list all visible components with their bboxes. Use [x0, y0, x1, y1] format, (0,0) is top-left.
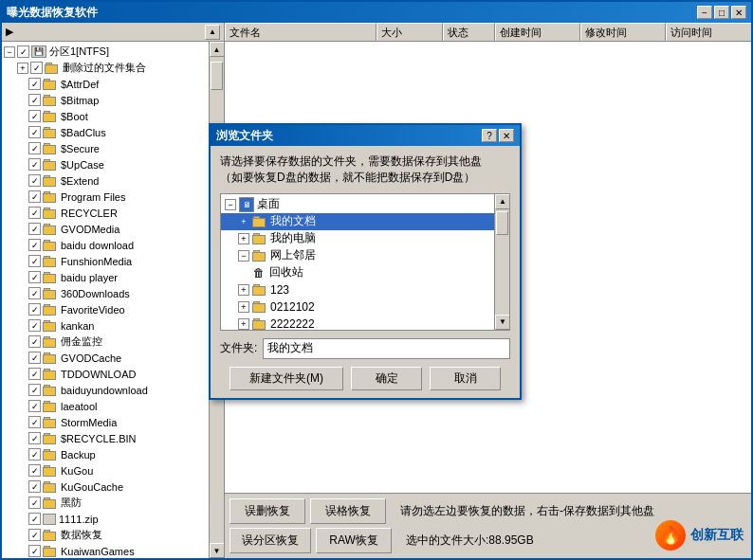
tree-item[interactable]: FunshionMedia — [2, 253, 224, 269]
col-header-status[interactable]: 状态 — [443, 23, 495, 41]
dialog-ok-button[interactable]: 确定 — [351, 367, 422, 390]
tree-checkbox[interactable] — [28, 94, 41, 106]
tree-checkbox[interactable] — [28, 190, 41, 203]
dialog-tree-item-0212102[interactable]: + 0212102 — [221, 298, 494, 316]
tree-checkbox[interactable] — [17, 45, 29, 58]
dialog-tree-item-desktop[interactable]: − 🖥 桌面 — [221, 196, 494, 213]
scroll-thumb[interactable] — [211, 62, 223, 90]
filename-input[interactable] — [263, 338, 510, 359]
tree-checkbox[interactable] — [28, 480, 41, 493]
raw-huifu-button[interactable]: RAW恢复 — [316, 528, 392, 553]
tree-checkbox[interactable] — [28, 207, 41, 219]
tree-item[interactable]: $BadClus — [2, 124, 224, 140]
tree-item[interactable]: Backup — [2, 446, 224, 462]
tree-checkbox[interactable] — [28, 126, 41, 138]
scroll-up-btn[interactable]: ▲ — [210, 42, 225, 57]
expand-icon[interactable]: + — [238, 318, 249, 330]
browse-folder-dialog[interactable]: 浏览文件夹 ? ✕ 请选择要保存数据的文件夹，需要数据保存到其他盘（如要恢复D盘… — [209, 123, 522, 400]
tree-expand-icon[interactable]: + — [17, 63, 28, 74]
wifenquhuifu-button[interactable]: 误分区恢复 — [230, 528, 311, 553]
dialog-scroll-up[interactable]: ▲ — [495, 194, 510, 209]
tree-checkbox[interactable] — [28, 384, 41, 396]
tree-checkbox[interactable] — [28, 464, 41, 477]
expand-icon[interactable]: + — [238, 301, 249, 313]
tree-checkbox[interactable] — [28, 271, 41, 283]
dialog-cancel-button[interactable]: 取消 — [430, 367, 501, 390]
tree-item[interactable]: 360Downloads — [2, 285, 224, 301]
new-folder-button[interactable]: 新建文件夹(M) — [230, 367, 343, 390]
tree-item[interactable]: KuGou — [2, 462, 224, 479]
col-header-accessed[interactable]: 访问时间 — [666, 23, 751, 41]
tree-checkbox[interactable] — [28, 158, 41, 171]
dialog-scrollbar[interactable]: ▲ ▼ — [494, 194, 509, 330]
tree-item[interactable]: 佣金监控 — [2, 334, 224, 350]
dialog-tree-item-123[interactable]: + 123 — [221, 281, 494, 298]
tree-item[interactable]: RECYCLER — [2, 205, 224, 221]
tree-checkbox[interactable] — [28, 368, 41, 380]
tree-item[interactable]: 黑防 — [2, 495, 224, 511]
tree-item[interactable]: kankan — [2, 317, 224, 334]
close-button[interactable]: ✕ — [731, 6, 746, 19]
dialog-tree-item-2222222[interactable]: + 2222222 — [221, 316, 494, 330]
tree-checkbox[interactable] — [28, 319, 41, 332]
minimize-button[interactable]: − — [697, 6, 712, 19]
tree-checkbox[interactable] — [28, 303, 41, 316]
tree-item[interactable]: FavoriteVideo — [2, 301, 224, 317]
tree-item[interactable]: KuGouCache — [2, 479, 224, 495]
tree-item[interactable]: $Bitmap — [2, 92, 224, 108]
tree-item[interactable]: 数据恢复 — [2, 527, 224, 543]
wigegeshuhui-button[interactable]: 误格恢复 — [310, 498, 386, 524]
dialog-tree-item-mycomputer[interactable]: + 我的电脑 — [221, 230, 494, 247]
tree-checkbox[interactable] — [28, 545, 41, 557]
tree-item[interactable]: baiduyundownload — [2, 382, 224, 398]
tree-item[interactable]: + 删除过的文件集合 — [2, 60, 224, 76]
tree-item[interactable]: $AttrDef — [2, 76, 224, 92]
dialog-tree-item-recyclebin[interactable]: 🗑 回收站 — [221, 264, 494, 281]
scroll-up-button[interactable]: ▲ — [205, 25, 220, 40]
tree-item[interactable]: GVODMedia — [2, 221, 224, 237]
tree-item[interactable]: $Boot — [2, 108, 224, 124]
tree-checkbox[interactable] — [30, 62, 43, 74]
tree-item[interactable]: baidu player — [2, 269, 224, 285]
tree-item[interactable]: 1111.zip — [2, 511, 224, 527]
tree-item[interactable]: laeatool — [2, 398, 224, 414]
tree-checkbox[interactable] — [28, 223, 41, 235]
expand-icon[interactable]: + — [238, 216, 249, 227]
tree-item[interactable]: baidu download — [2, 237, 224, 253]
tree-checkbox[interactable] — [28, 400, 41, 412]
tree-checkbox[interactable] — [28, 513, 41, 525]
tree-checkbox[interactable] — [28, 529, 41, 541]
tree-item[interactable]: $Secure — [2, 140, 224, 156]
col-header-name[interactable]: 文件名 — [225, 23, 376, 41]
tree-item[interactable]: $RECYCLE.BIN — [2, 430, 224, 446]
mishanshu-button[interactable]: 误删恢复 — [230, 498, 305, 524]
tree-checkbox[interactable] — [28, 432, 41, 444]
tree-item[interactable]: − 💾 分区1[NTFS] — [2, 44, 224, 60]
tree-checkbox[interactable] — [28, 497, 41, 509]
tree-checkbox[interactable] — [28, 416, 41, 428]
scroll-down-btn[interactable]: ▼ — [210, 543, 225, 558]
tree-checkbox[interactable] — [28, 78, 41, 90]
expand-icon[interactable]: + — [238, 233, 249, 244]
tree-item[interactable]: $UpCase — [2, 156, 224, 172]
tree-item[interactable]: $Extend — [2, 172, 224, 189]
expand-icon[interactable]: + — [238, 284, 249, 296]
tree-checkbox[interactable] — [28, 142, 41, 154]
col-header-created[interactable]: 创建时间 — [495, 23, 580, 41]
expand-icon[interactable]: − — [225, 199, 236, 210]
maximize-button[interactable]: □ — [714, 6, 729, 19]
tree-checkbox[interactable] — [28, 335, 41, 348]
tree-checkbox[interactable] — [28, 287, 41, 299]
tree-item[interactable]: GVODCache — [2, 350, 224, 366]
dialog-close-button[interactable]: ✕ — [499, 129, 514, 142]
tree-checkbox[interactable] — [28, 352, 41, 364]
tree-checkbox[interactable] — [28, 174, 41, 187]
tree-expand-icon[interactable]: − — [4, 46, 15, 58]
tree-checkbox[interactable] — [28, 239, 41, 251]
tree-checkbox[interactable] — [28, 255, 41, 267]
expand-icon[interactable]: − — [238, 250, 249, 262]
tree-item[interactable]: Program Files — [2, 189, 224, 205]
tree-item[interactable]: TDDOWNLOAD — [2, 366, 224, 382]
dialog-tree-item-mydocs[interactable]: + 我的文档 — [221, 213, 494, 230]
dialog-tree-item-network[interactable]: − 网上邻居 — [221, 247, 494, 264]
